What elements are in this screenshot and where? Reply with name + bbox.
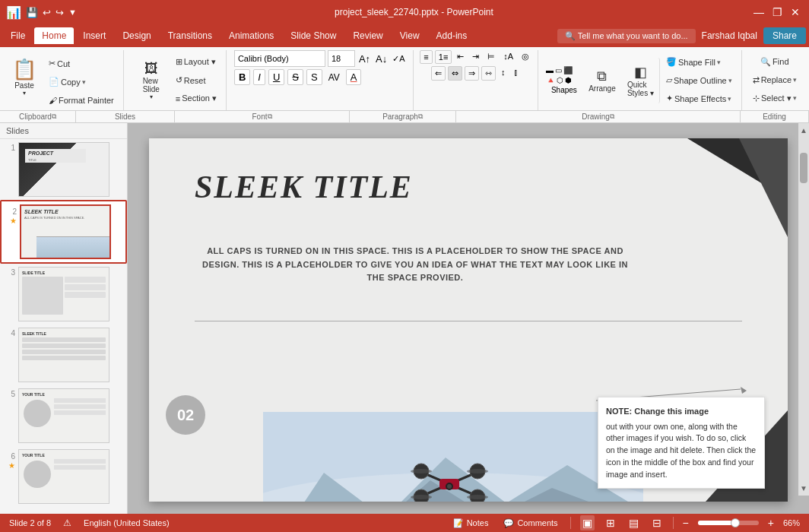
redo-icon[interactable]: ↪ [56, 7, 64, 18]
menu-addins[interactable]: Add-ins [429, 27, 475, 44]
menu-file[interactable]: File [3, 27, 33, 44]
customize-icon[interactable]: ▼ [68, 8, 77, 17]
font-shrink-icon[interactable]: A↓ [374, 52, 389, 66]
menu-design[interactable]: Design [115, 27, 158, 44]
zoom-level[interactable]: 66% [783, 518, 800, 527]
canvas-scroll[interactable]: SLEEK TITLE ALL CAPS IS TURNED ON IN THI… [128, 123, 809, 514]
drawing-label: Drawing ⧉ [456, 111, 741, 122]
convert-smartart-button[interactable]: ◎ [519, 50, 532, 64]
columns-button[interactable]: ⫿ [511, 66, 522, 81]
font-label: Font ⧉ [175, 111, 350, 122]
language-label[interactable]: English (United States) [84, 518, 170, 527]
share-button[interactable]: Share [763, 27, 806, 44]
find-button[interactable]: 🔍 Find [757, 53, 792, 70]
zoom-slider[interactable] [698, 521, 759, 525]
menu-animations[interactable]: Animations [221, 27, 281, 44]
paste-button[interactable]: 📋 Paste ▾ [6, 53, 43, 100]
italic-button[interactable]: I [253, 69, 265, 85]
line-spacing-button[interactable]: ↕ [498, 66, 509, 81]
bullet-list-button[interactable]: ≡ [420, 50, 432, 64]
minimize-button[interactable]: — [751, 5, 766, 20]
font-size-input[interactable]: 18 [328, 50, 355, 67]
shape-outline-button[interactable]: ▱ Shape Outline ▾ [663, 72, 735, 89]
restore-button[interactable]: ❐ [769, 5, 785, 20]
decrease-indent-button[interactable]: ⇤ [454, 50, 467, 64]
format-painter-button[interactable]: 🖌 Format Painter [46, 92, 117, 109]
shape-option-3[interactable]: ⬛ [563, 66, 573, 74]
menu-review[interactable]: Review [345, 27, 390, 44]
menu-home[interactable]: Home [34, 27, 74, 44]
copy-button[interactable]: 📄 Copy ▾ [46, 74, 117, 90]
text-direction-button[interactable]: ↕A [500, 50, 516, 64]
select-button[interactable]: ⊹ Select ▾ ▾ [750, 90, 800, 106]
slide-item-6[interactable]: 6 ★ YOUR TITLE [0, 446, 127, 507]
view-presenter-button[interactable]: ⊟ [650, 515, 664, 530]
increase-indent-button[interactable]: ⇥ [469, 50, 482, 64]
strikethrough-button[interactable]: S [287, 69, 303, 85]
reset-button[interactable]: ↺ Reset [173, 72, 220, 89]
charspace-button[interactable]: AV [325, 71, 343, 84]
view-normal-button[interactable]: ▣ [580, 515, 595, 530]
align-left-button[interactable]: ⇐ [431, 66, 446, 81]
quick-styles-button[interactable]: ◧ QuickStyles ▾ [622, 58, 660, 103]
slides-list[interactable]: 1 PROJECT TITLE 2 ★ [0, 139, 127, 514]
align-center-button[interactable]: ⇔ [448, 66, 462, 81]
vertical-scrollbar[interactable]: ▲ ▼ [798, 123, 809, 496]
layout-button[interactable]: ⊞ Layout ▾ [173, 54, 220, 71]
view-reading-button[interactable]: ▤ [627, 515, 641, 530]
slide-canvas: SLEEK TITLE ALL CAPS IS TURNED ON IN THI… [149, 138, 788, 502]
replace-button[interactable]: ⇄ Replace ▾ [750, 71, 800, 88]
slide-image[interactable] [263, 412, 643, 502]
undo-icon[interactable]: ↩ [43, 7, 51, 18]
comments-button[interactable]: 💬 Comments [500, 517, 560, 530]
slide-item-4[interactable]: 4 SLEEK TITLE [0, 325, 127, 385]
slide-item-5[interactable]: 5 YOUR TITLE [0, 385, 127, 446]
shape-option-1[interactable]: ▬ [546, 66, 554, 74]
slide-item-1[interactable]: 1 PROJECT TITLE [0, 139, 127, 200]
align-right-button[interactable]: ⇒ [465, 66, 479, 81]
font-grow-icon[interactable]: A↑ [357, 52, 372, 66]
menu-slideshow[interactable]: Slide Show [283, 27, 344, 44]
new-slide-button[interactable]: 🖼 NewSlide ▾ [132, 58, 171, 103]
clear-format-icon[interactable]: ✓A [391, 52, 406, 65]
scroll-down-btn[interactable]: ▼ [797, 481, 809, 496]
scroll-thumb[interactable] [800, 153, 807, 183]
arrange-button[interactable]: ⧉ Arrange [585, 58, 619, 103]
numbered-list-button[interactable]: 1≡ [435, 50, 452, 64]
text-columns-button[interactable]: ⊨ [484, 50, 498, 64]
menu-view[interactable]: View [392, 27, 427, 44]
zoom-out-button[interactable]: − [683, 517, 689, 529]
close-button[interactable]: ✕ [788, 5, 803, 20]
slide-title[interactable]: SLEEK TITLE [195, 169, 413, 205]
svg-marker-21 [741, 387, 747, 394]
underline-button[interactable]: U [268, 69, 284, 85]
zoom-in-button[interactable]: + [768, 517, 774, 529]
menu-transitions[interactable]: Transitions [160, 27, 220, 44]
shape-option-2[interactable]: ▭ [555, 66, 562, 74]
fontcolor-button[interactable]: A [346, 69, 362, 85]
search-box[interactable]: 🔍 Tell me what you want to do... [557, 29, 696, 43]
shapes-label[interactable]: Shapes [551, 86, 577, 94]
scroll-up-btn[interactable]: ▲ [797, 123, 809, 138]
window-controls: — ❐ ✕ [751, 5, 803, 20]
shape-option-4[interactable]: 🔺 [546, 76, 555, 84]
menu-insert[interactable]: Insert [75, 27, 113, 44]
shadow-button[interactable]: S [306, 69, 322, 85]
font-name-input[interactable]: Calibri (Body) [234, 50, 325, 67]
view-slide-button[interactable]: ⊞ [604, 515, 617, 530]
shape-fill-button[interactable]: 🪣 Shape Fill ▾ [663, 54, 735, 71]
cut-button[interactable]: ✂ Cut [46, 55, 117, 72]
bold-button[interactable]: B [234, 69, 250, 85]
zoom-thumb[interactable] [731, 518, 740, 527]
shape-option-6[interactable]: ⬢ [565, 76, 572, 84]
slide-body-text[interactable]: ALL CAPS IS TURNED ON IN THIS SPACE. THI… [195, 245, 636, 285]
shape-option-5[interactable]: ⬡ [557, 76, 563, 84]
slide-item-2[interactable]: 2 ★ SLEEK TITLE ALL CAPS IS TURNED ON IN… [0, 200, 127, 264]
user-name[interactable]: Farshad Iqbal [702, 30, 757, 41]
justify-button[interactable]: ⇿ [481, 66, 496, 81]
notes-button[interactable]: 📝 Notes [450, 517, 492, 530]
section-button[interactable]: ≡ Section ▾ [173, 90, 220, 107]
quick-save-icon[interactable]: 💾 [26, 7, 38, 18]
slide-item-3[interactable]: 3 SLIDE TITLE [0, 264, 127, 325]
shape-effects-button[interactable]: ✦ Shape Effects ▾ [663, 90, 735, 107]
